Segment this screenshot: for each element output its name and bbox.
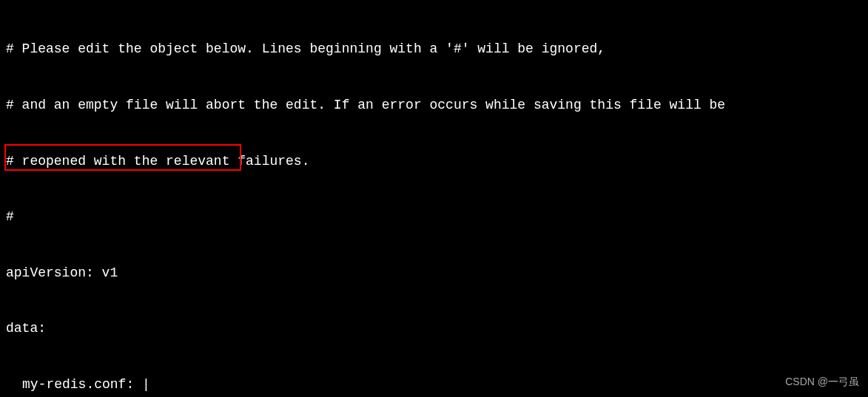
yaml-conf-key: my-redis.conf: | bbox=[6, 376, 862, 394]
comment-line: # and an empty file will abort the edit.… bbox=[6, 96, 862, 115]
yaml-apiversion: apiVersion: v1 bbox=[6, 264, 862, 282]
yaml-data-key: data: bbox=[6, 319, 862, 338]
terminal-editor[interactable]: # Please edit the object below. Lines be… bbox=[6, 3, 862, 397]
comment-line: # bbox=[6, 208, 862, 226]
comment-line: # reopened with the relevant failures. bbox=[6, 152, 862, 171]
watermark-text: CSDN @一弓虽 bbox=[785, 375, 859, 390]
comment-line: # Please edit the object below. Lines be… bbox=[6, 40, 862, 58]
